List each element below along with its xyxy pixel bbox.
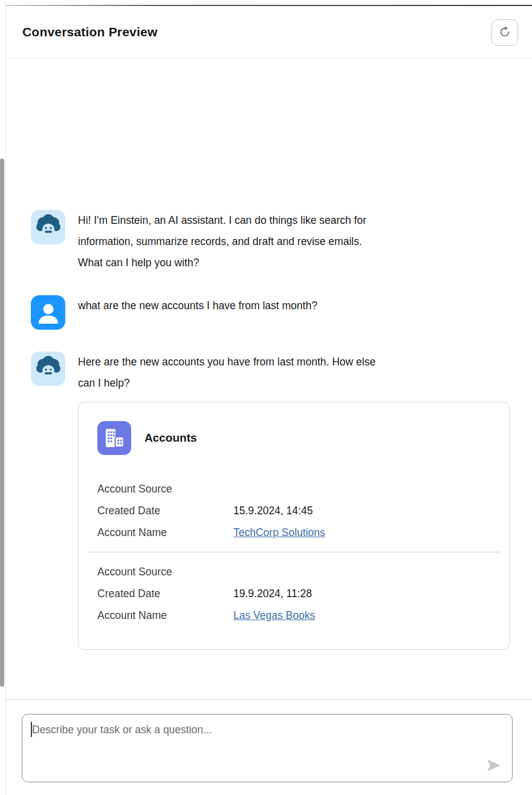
conversation-transcript: Hi! I'm Einstein, an AI assistant. I can…: [6, 59, 532, 699]
send-icon: [485, 757, 503, 775]
account-field-row: Account Source: [97, 561, 490, 583]
field-value: 15.9.2024, 14:45: [233, 500, 313, 522]
account-field-row: Created Date 15.9.2024, 14:45: [97, 500, 490, 522]
account-field-row: Account Name Las Vegas Books: [97, 604, 490, 626]
einstein-bot-icon: [31, 352, 65, 386]
account-record: Account Source Created Date 15.9.2024, 1…: [79, 478, 509, 543]
accounts-card-header: Accounts: [79, 402, 509, 455]
account-field-row: Account Source: [97, 478, 490, 500]
account-name-link[interactable]: TechCorp Solutions: [233, 526, 325, 538]
task-input[interactable]: [22, 714, 513, 782]
refresh-button[interactable]: [491, 19, 518, 46]
conversation-preview-window: Conversation Preview: [0, 0, 532, 795]
accounts-card: Accounts Account Source Created Date 15.…: [78, 402, 510, 650]
user-message: what are the new accounts I have from la…: [31, 295, 510, 330]
einstein-bot-icon: [31, 210, 65, 244]
assistant-message-text: Hi! I'm Einstein, an AI assistant. I can…: [78, 210, 510, 273]
field-label: Account Source: [97, 561, 233, 583]
field-label: Account Name: [97, 604, 233, 626]
field-label: Created Date: [97, 500, 233, 522]
composer-input-wrap: [22, 714, 513, 782]
card-bottom-padding: [79, 626, 509, 649]
account-name-link[interactable]: Las Vegas Books: [233, 609, 315, 621]
page-title: Conversation Preview: [22, 25, 157, 39]
send-button[interactable]: [484, 757, 504, 775]
composer-area: [6, 699, 532, 795]
accounts-building-icon: [97, 421, 131, 455]
account-field-row: Account Name TechCorp Solutions: [97, 522, 490, 543]
field-label: Account Name: [97, 522, 233, 543]
panel-header: Conversation Preview: [6, 6, 532, 59]
field-label: Account Source: [97, 478, 233, 500]
field-value: Las Vegas Books: [233, 604, 315, 626]
record-divider: [88, 552, 500, 552]
assistant-message-text: Here are the new accounts you have from …: [78, 352, 510, 394]
refresh-icon: [498, 25, 511, 41]
conversation-preview-panel: Conversation Preview: [6, 0, 532, 795]
page-scrollbar[interactable]: [0, 159, 4, 687]
user-message-text: what are the new accounts I have from la…: [78, 295, 510, 316]
field-label: Created Date: [97, 583, 233, 604]
assistant-message: Here are the new accounts you have from …: [31, 352, 510, 650]
assistant-message: Hi! I'm Einstein, an AI assistant. I can…: [31, 210, 510, 273]
accounts-card-title: Accounts: [144, 431, 197, 445]
account-field-row: Created Date 19.9.2024, 11:28: [97, 583, 490, 604]
field-value: TechCorp Solutions: [233, 522, 325, 543]
user-person-icon: [31, 295, 65, 330]
account-record: Account Source Created Date 19.9.2024, 1…: [79, 561, 509, 626]
field-value: 19.9.2024, 11:28: [233, 583, 312, 604]
